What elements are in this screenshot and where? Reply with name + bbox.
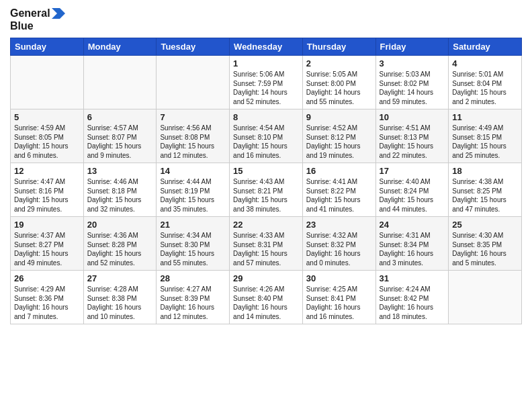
calendar-day-header: Thursday [302,38,375,56]
logo: General Blue [10,7,65,32]
calendar-day-header: Sunday [11,38,84,56]
calendar-table: SundayMondayTuesdayWednesdayThursdayFrid… [10,38,522,324]
day-info: Sunrise: 4:36 AM Sunset: 8:28 PM Dayligh… [87,231,153,267]
day-number: 18 [452,166,518,176]
day-number: 3 [380,58,445,68]
day-info: Sunrise: 4:25 AM Sunset: 8:41 PM Dayligh… [306,285,372,321]
calendar-cell: 10Sunrise: 4:51 AM Sunset: 8:13 PM Dayli… [375,109,449,163]
day-number: 16 [306,166,372,176]
day-info: Sunrise: 4:38 AM Sunset: 8:25 PM Dayligh… [452,177,518,214]
day-info: Sunrise: 5:03 AM Sunset: 8:02 PM Dayligh… [380,70,445,106]
day-info: Sunrise: 4:40 AM Sunset: 8:24 PM Dayligh… [380,177,445,214]
calendar-cell: 30Sunrise: 4:25 AM Sunset: 8:41 PM Dayli… [302,271,375,324]
svg-marker-0 [52,8,65,19]
day-number: 19 [14,220,80,230]
day-number: 20 [87,220,153,230]
day-info: Sunrise: 5:01 AM Sunset: 8:04 PM Dayligh… [452,70,518,106]
calendar-week-row: 19Sunrise: 4:37 AM Sunset: 8:27 PM Dayli… [11,217,522,271]
day-info: Sunrise: 4:54 AM Sunset: 8:10 PM Dayligh… [233,124,299,160]
day-number: 26 [14,273,80,283]
day-number: 27 [87,273,153,283]
day-info: Sunrise: 4:46 AM Sunset: 8:18 PM Dayligh… [87,177,153,214]
day-info: Sunrise: 4:30 AM Sunset: 8:35 PM Dayligh… [452,231,518,267]
calendar-cell: 20Sunrise: 4:36 AM Sunset: 8:28 PM Dayli… [83,217,157,271]
calendar-cell: 2Sunrise: 5:05 AM Sunset: 8:00 PM Daylig… [302,56,375,109]
calendar-cell: 8Sunrise: 4:54 AM Sunset: 8:10 PM Daylig… [230,109,303,163]
day-info: Sunrise: 4:56 AM Sunset: 8:08 PM Dayligh… [160,124,226,160]
day-info: Sunrise: 4:26 AM Sunset: 8:40 PM Dayligh… [233,285,299,321]
calendar-cell: 22Sunrise: 4:33 AM Sunset: 8:31 PM Dayli… [230,217,303,271]
day-number: 21 [160,220,226,230]
calendar-cell: 31Sunrise: 4:24 AM Sunset: 8:42 PM Dayli… [375,271,449,324]
day-info: Sunrise: 4:57 AM Sunset: 8:07 PM Dayligh… [87,124,153,160]
calendar-cell: 23Sunrise: 4:32 AM Sunset: 8:32 PM Dayli… [302,217,375,271]
day-number: 24 [380,220,445,230]
day-number: 22 [233,220,299,230]
day-number: 31 [380,273,445,283]
calendar-cell: 12Sunrise: 4:47 AM Sunset: 8:16 PM Dayli… [11,163,84,217]
day-info: Sunrise: 4:33 AM Sunset: 8:31 PM Dayligh… [233,231,299,267]
calendar-cell: 19Sunrise: 4:37 AM Sunset: 8:27 PM Dayli… [11,217,84,271]
calendar-week-row: 26Sunrise: 4:29 AM Sunset: 8:36 PM Dayli… [11,271,522,324]
day-info: Sunrise: 4:31 AM Sunset: 8:34 PM Dayligh… [380,231,445,267]
calendar-week-row: 5Sunrise: 4:59 AM Sunset: 8:05 PM Daylig… [11,109,522,163]
day-info: Sunrise: 4:44 AM Sunset: 8:19 PM Dayligh… [160,177,226,214]
day-number: 13 [87,166,153,176]
calendar-cell: 4Sunrise: 5:01 AM Sunset: 8:04 PM Daylig… [449,56,522,109]
calendar-cell: 26Sunrise: 4:29 AM Sunset: 8:36 PM Dayli… [11,271,84,324]
day-number: 6 [87,112,153,122]
calendar-cell [11,56,84,109]
day-number: 14 [160,166,226,176]
page: General Blue SundayMondayTuesdayWednesda… [0,0,532,411]
calendar-week-row: 1Sunrise: 5:06 AM Sunset: 7:59 PM Daylig… [11,56,522,109]
calendar-day-header: Tuesday [157,38,230,56]
day-info: Sunrise: 4:34 AM Sunset: 8:30 PM Dayligh… [160,231,226,267]
calendar-cell [157,56,230,109]
header: General Blue [10,7,522,32]
calendar-cell [83,56,157,109]
day-number: 12 [14,166,80,176]
calendar-header-row: SundayMondayTuesdayWednesdayThursdayFrid… [11,38,522,56]
calendar-cell: 27Sunrise: 4:28 AM Sunset: 8:38 PM Dayli… [83,271,157,324]
calendar-cell: 7Sunrise: 4:56 AM Sunset: 8:08 PM Daylig… [157,109,230,163]
calendar-cell: 28Sunrise: 4:27 AM Sunset: 8:39 PM Dayli… [157,271,230,324]
day-info: Sunrise: 4:51 AM Sunset: 8:13 PM Dayligh… [380,124,445,160]
day-number: 29 [233,273,299,283]
day-info: Sunrise: 4:43 AM Sunset: 8:21 PM Dayligh… [233,177,299,214]
calendar-week-row: 12Sunrise: 4:47 AM Sunset: 8:16 PM Dayli… [11,163,522,217]
calendar-cell: 15Sunrise: 4:43 AM Sunset: 8:21 PM Dayli… [230,163,303,217]
day-info: Sunrise: 4:37 AM Sunset: 8:27 PM Dayligh… [14,231,80,267]
calendar-cell: 21Sunrise: 4:34 AM Sunset: 8:30 PM Dayli… [157,217,230,271]
day-info: Sunrise: 4:24 AM Sunset: 8:42 PM Dayligh… [380,285,445,321]
day-number: 30 [306,273,372,283]
calendar-day-header: Friday [375,38,449,56]
day-info: Sunrise: 5:06 AM Sunset: 7:59 PM Dayligh… [233,70,299,106]
day-number: 7 [160,112,226,122]
calendar-cell: 17Sunrise: 4:40 AM Sunset: 8:24 PM Dayli… [375,163,449,217]
day-info: Sunrise: 4:32 AM Sunset: 8:32 PM Dayligh… [306,231,372,267]
day-info: Sunrise: 4:41 AM Sunset: 8:22 PM Dayligh… [306,177,372,214]
day-info: Sunrise: 4:49 AM Sunset: 8:15 PM Dayligh… [452,124,518,160]
calendar-cell: 13Sunrise: 4:46 AM Sunset: 8:18 PM Dayli… [83,163,157,217]
calendar-cell: 24Sunrise: 4:31 AM Sunset: 8:34 PM Dayli… [375,217,449,271]
calendar-cell: 29Sunrise: 4:26 AM Sunset: 8:40 PM Dayli… [230,271,303,324]
day-number: 17 [380,166,445,176]
calendar-cell: 9Sunrise: 4:52 AM Sunset: 8:12 PM Daylig… [302,109,375,163]
day-number: 2 [306,58,372,68]
day-number: 8 [233,112,299,122]
day-info: Sunrise: 4:59 AM Sunset: 8:05 PM Dayligh… [14,124,80,160]
calendar-cell: 3Sunrise: 5:03 AM Sunset: 8:02 PM Daylig… [375,56,449,109]
calendar-cell: 18Sunrise: 4:38 AM Sunset: 8:25 PM Dayli… [449,163,522,217]
day-info: Sunrise: 4:52 AM Sunset: 8:12 PM Dayligh… [306,124,372,160]
day-number: 15 [233,166,299,176]
calendar-day-header: Monday [83,38,157,56]
calendar-cell: 14Sunrise: 4:44 AM Sunset: 8:19 PM Dayli… [157,163,230,217]
day-number: 1 [233,58,299,68]
calendar-cell [449,271,522,324]
calendar-cell: 6Sunrise: 4:57 AM Sunset: 8:07 PM Daylig… [83,109,157,163]
day-number: 23 [306,220,372,230]
day-number: 9 [306,112,372,122]
day-number: 25 [452,220,518,230]
day-number: 28 [160,273,226,283]
day-number: 4 [452,58,518,68]
